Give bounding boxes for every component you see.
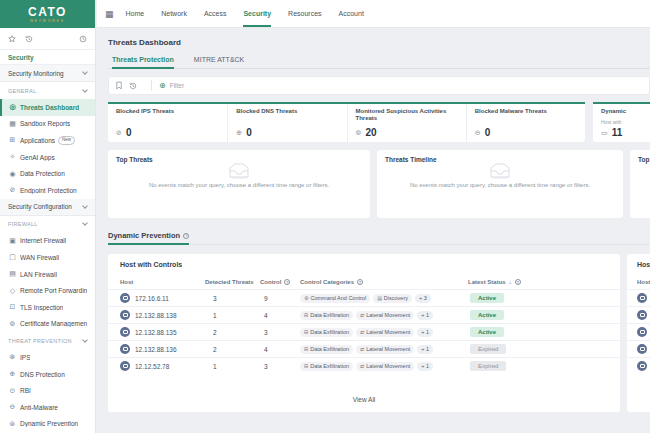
table-row[interactable]: 12.132.88.13814⊟Data Exfiltration⇄Latera…	[108, 306, 620, 323]
col-latest-status[interactable]: Latest Status ↓	[468, 279, 608, 285]
sidebar-item-wan-firewall[interactable]: ▢WAN Firewall	[0, 249, 95, 266]
sidebar-item-dynamic-prevention[interactable]: ⊜Dynamic Prevention	[0, 416, 95, 433]
apps-grid-icon[interactable]: ▦	[105, 9, 114, 19]
bookmark-icon[interactable]	[116, 81, 122, 90]
category-chip-lateral-movement[interactable]: ⇄Lateral Movement	[356, 362, 414, 371]
stat-card-blocked-dns-threats[interactable]: Blocked DNS Threats⊕0	[227, 104, 346, 142]
topnav-item-network[interactable]: Network	[161, 0, 187, 27]
sidebar-section-threat-prevention[interactable]: THREAT PREVENTION	[0, 332, 95, 349]
col-control-categories[interactable]: Control Categories	[300, 279, 468, 285]
lateral-movement-icon: ⇄	[360, 329, 364, 335]
more-categories-chip[interactable]: + 1	[417, 328, 433, 337]
data-exfiltration-icon: ⊟	[304, 312, 308, 318]
col-host[interactable]: Host	[627, 275, 650, 289]
sidebar-item-tls-inspection[interactable]: ⊡TLS Inspection	[0, 299, 95, 316]
category-chip-data-exfiltration[interactable]: ⊟Data Exfiltration	[300, 345, 353, 354]
category-chip-lateral-movement[interactable]: ⇄Lateral Movement	[356, 345, 414, 354]
tab-mitre-attack[interactable]: MITRE ATT&CK	[194, 56, 244, 69]
sidebar-section-firewall[interactable]: FIREWALL	[0, 216, 95, 233]
table-row[interactable]	[627, 323, 650, 340]
help-icon[interactable]	[357, 279, 363, 285]
sidebar-item-sandbox-reports[interactable]: ▦Sandbox Reports	[0, 116, 95, 133]
sidebar-item-anti-malware[interactable]: ⊖Anti-Malware	[0, 399, 95, 416]
help-icon[interactable]	[183, 233, 189, 239]
sort-desc-icon[interactable]: ↓	[509, 279, 512, 285]
remote-port-forwarding-icon: ◇	[8, 287, 17, 295]
table-row[interactable]	[627, 357, 650, 374]
filter-bar[interactable]: ⊕ Filter	[108, 76, 650, 95]
table-row[interactable]: 12.12.52.7813⊟Data Exfiltration⇄Lateral …	[108, 357, 620, 374]
sidebar-item-genai-apps[interactable]: ✧GenAI Apps	[0, 149, 95, 166]
category-chip-data-exfiltration[interactable]: ⊟Data Exfiltration	[300, 362, 353, 371]
topnav-item-account[interactable]: Account	[339, 0, 364, 27]
history-icon[interactable]	[129, 82, 137, 90]
category-chip-lateral-movement[interactable]: ⇄Lateral Movement	[356, 328, 414, 337]
ips-threat-icon: ⊘	[116, 129, 122, 137]
help-icon[interactable]	[284, 279, 290, 285]
sidebar-group-security-configuration[interactable]: Security Configuration	[0, 199, 95, 216]
sidebar-item-label: Remote Port Forwarding	[20, 287, 87, 294]
empty-state: No events match your query, choose a dif…	[108, 163, 370, 188]
sidebar-entries: SecuritySecurity MonitoringGENERAL◎Threa…	[0, 50, 95, 433]
favorites-star-icon[interactable]	[8, 35, 16, 43]
stat-card-title: Blocked Malware Threats	[475, 108, 577, 115]
table-row[interactable]	[627, 289, 650, 306]
tab-threats-protection[interactable]: Threats Protection	[112, 56, 174, 69]
category-chip-data-exfiltration[interactable]: ⊟Data Exfiltration	[300, 328, 353, 337]
sidebar-item-endpoint-protection[interactable]: ⊘Endpoint Protection	[0, 182, 95, 199]
table-row[interactable]	[627, 306, 650, 323]
sidebar-group-security-monitoring[interactable]: Security Monitoring	[0, 65, 95, 82]
category-chip-command-and-control[interactable]: ⚙Command And Control	[300, 294, 370, 303]
ips-icon: ⊛	[8, 353, 17, 361]
sidebar-item-dns-protection[interactable]: ⊕DNS Protection	[0, 366, 95, 383]
sandbox-reports-icon: ▦	[8, 120, 17, 128]
table-row[interactable]: 172.16.6.1139⚙Command And Control▤Discov…	[108, 289, 620, 306]
more-categories-chip[interactable]: + 1	[417, 311, 433, 320]
stat-card-monitored-suspicious-activities-threats[interactable]: Monitored Suspicious Activities Threats⊚…	[347, 104, 466, 142]
history-icon[interactable]	[25, 35, 33, 43]
sidebar-item-internet-firewall[interactable]: ▣Internet Firewall	[0, 233, 95, 250]
malware-icon: ⊖	[475, 129, 481, 137]
detected-threats-cell: 1	[205, 363, 260, 370]
stat-card-value-row: ⊚20	[356, 127, 458, 138]
topnav-item-access[interactable]: Access	[204, 0, 227, 27]
stat-card-dynamic[interactable]: DynamicHost with▭11	[593, 104, 650, 142]
table-row[interactable]: 12.132.88.13523⊟Data Exfiltration⇄Latera…	[108, 323, 620, 340]
topnav-item-resources[interactable]: Resources	[288, 0, 321, 27]
category-chip-discovery[interactable]: ▤Discovery	[373, 294, 412, 303]
col-host[interactable]: Host	[120, 279, 205, 285]
help-icon[interactable]	[515, 279, 521, 285]
view-all-link[interactable]: View All	[353, 396, 376, 403]
monitor-glyph	[640, 330, 645, 334]
suspicious-activity-icon: ⊚	[356, 129, 362, 137]
more-categories-chip[interactable]: + 1	[417, 362, 433, 371]
topnav-item-home[interactable]: Home	[126, 0, 145, 27]
control-categories-cell: ⚙Command And Control▤Discovery+ 3	[300, 294, 468, 303]
more-categories-chip[interactable]: + 3	[415, 294, 431, 303]
stat-card-blocked-ips-threats[interactable]: Blocked IPS Threats⊘0	[108, 104, 227, 142]
category-chip-lateral-movement[interactable]: ⇄Lateral Movement	[356, 311, 414, 320]
col-control[interactable]: Control	[260, 279, 300, 285]
sidebar-item-rbi[interactable]: ⊙RBI	[0, 382, 95, 399]
sidebar-item-remote-port-forwarding[interactable]: ◇Remote Port Forwarding	[0, 282, 95, 299]
hwc-rows: 172.16.6.1139⚙Command And Control▤Discov…	[108, 289, 620, 374]
sidebar-item-data-protection[interactable]: ◉Data Protection	[0, 165, 95, 182]
sidebar-item-threats-dashboard[interactable]: ◎Threats Dashboard	[0, 99, 95, 116]
table-row[interactable]	[627, 340, 650, 357]
sidebar-item-applications[interactable]: ⊞ApplicationsNew	[0, 132, 95, 149]
clock-icon[interactable]	[79, 35, 87, 43]
category-chip-label: Data Exfiltration	[310, 329, 349, 335]
topnav-items: HomeNetworkAccessSecurityResourcesAccoun…	[126, 0, 381, 27]
category-chip-data-exfiltration[interactable]: ⊟Data Exfiltration	[300, 311, 353, 320]
add-filter-icon[interactable]: ⊕	[159, 82, 166, 90]
stat-card-blocked-malware-threats[interactable]: Blocked Malware Threats⊖0	[466, 104, 585, 142]
table-row[interactable]: 12.132.88.13624⊟Data Exfiltration⇄Latera…	[108, 340, 620, 357]
page-title: Threats Dashboard	[108, 38, 650, 47]
sidebar-item-lan-firewall[interactable]: ▤LAN Firewall	[0, 266, 95, 283]
sidebar-section-general[interactable]: GENERAL	[0, 82, 95, 99]
topnav-item-security[interactable]: Security	[243, 0, 271, 27]
col-detected-threats[interactable]: Detected Threats	[205, 279, 260, 285]
sidebar-item-certificate-management[interactable]: ⊚Certificate Management	[0, 316, 95, 333]
sidebar-item-ips[interactable]: ⊛IPS	[0, 349, 95, 366]
more-categories-chip[interactable]: + 1	[417, 345, 433, 354]
